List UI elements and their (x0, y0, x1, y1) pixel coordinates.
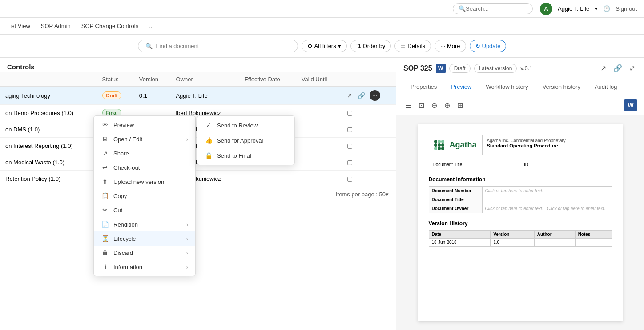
table-row[interactable]: aging Technology Draft 0.1 Aggie T. Life… (0, 87, 396, 105)
document-search-box[interactable]: 🔍 (138, 40, 298, 52)
ctx-rendition[interactable]: 📄 Rendition › (94, 217, 195, 231)
table-header-row: Status Version Owner Effective Date Vali… (0, 72, 396, 87)
ctx-rendition-label: Rendition (113, 221, 138, 228)
right-panel: SOP 325 W Draft Latest version v.0.1 ↗ 🔗… (396, 58, 644, 330)
information-arrow-icon: › (186, 264, 188, 270)
row-valid-until (296, 105, 341, 121)
ctx-checkout-label: Check-out (113, 164, 140, 171)
row-status: Draft (97, 87, 134, 105)
discard-icon: 🗑 (101, 249, 109, 256)
details-icon: ☰ (400, 43, 406, 49)
doc-search-icon: 🔍 (145, 43, 153, 49)
ctx-open-edit[interactable]: 🖥 Open / Edit › (94, 132, 195, 146)
col-valid-until: Valid Until (296, 72, 341, 87)
rendition-arrow-icon: › (186, 221, 188, 228)
word-icon: W (436, 64, 446, 73)
ctx-share-label: Share (113, 150, 129, 157)
lifecycle-send-final[interactable]: 🔒 Send to Final (197, 148, 294, 163)
doc-number-value: Click or tap here to enter text. (482, 187, 612, 195)
row-action-button[interactable]: ▢ (346, 125, 354, 134)
ctx-share[interactable]: ↗ Share (94, 146, 195, 160)
row-link-button[interactable]: 🔗 (357, 91, 366, 100)
order-icon: ⇅ (356, 43, 361, 49)
row-more-button[interactable]: ··· (370, 90, 380, 101)
document-title: SOP 325 (403, 64, 432, 72)
logo-circle-9 (441, 147, 444, 150)
version-data-row: 18-Jun-2018 1.0 (429, 239, 612, 247)
ctx-cut-label: Cut (113, 207, 122, 214)
collapse-button[interactable]: ⤢ (628, 62, 637, 74)
doc-title-value (482, 195, 612, 204)
logo-circle-5 (438, 143, 441, 147)
sidebar-item-sop-admin[interactable]: SOP Admin (41, 19, 71, 33)
ctx-lifecycle[interactable]: ⏳ Lifecycle › (94, 231, 195, 246)
fit-page-button[interactable]: ⊞ (455, 99, 465, 111)
avatar: A (540, 3, 552, 15)
sidebar-item-sop-change-controls[interactable]: SOP Change Controls (81, 19, 138, 33)
doc-number-label: Document Number (429, 187, 482, 195)
actual-size-button[interactable]: ⊡ (417, 99, 426, 111)
pagination-chevron-icon[interactable]: ▾ (386, 191, 389, 198)
doc-info-section-title: Document Information (429, 176, 612, 183)
doc-id-cell: ID (520, 160, 612, 169)
external-link-button[interactable]: ↗ (599, 62, 608, 74)
tab-audit-log[interactable]: Audit log (588, 79, 624, 95)
user-chevron-icon[interactable]: ▾ (595, 5, 598, 12)
more-nav-button[interactable]: ... (149, 23, 154, 29)
top-search-input[interactable] (466, 5, 528, 12)
order-by-button[interactable]: ⇅ Order by (350, 40, 391, 52)
row-action-button[interactable]: ▢ (346, 141, 354, 150)
update-button[interactable]: ↻ Update (470, 40, 507, 52)
col-ver: Version (491, 231, 535, 239)
ctx-lifecycle-label: Lifecycle (113, 235, 136, 242)
ctx-information-label: Information (113, 264, 142, 270)
row-valid-until (296, 154, 341, 171)
ctx-copy[interactable]: 📋 Copy (94, 189, 195, 203)
status-badge: Draft (102, 91, 122, 99)
sign-out-button[interactable]: Sign out (616, 5, 637, 12)
tab-version-history[interactable]: Version history (535, 79, 588, 95)
link-button[interactable]: 🔗 (612, 62, 624, 74)
information-icon: ℹ (101, 263, 109, 270)
row-action-button[interactable]: ▢ (346, 174, 354, 183)
ctx-checkout[interactable]: ↩ Check-out (94, 160, 195, 175)
sop-subtitle: Standard Operating Procedure (487, 143, 607, 148)
ctx-upload-new[interactable]: ⬆ Upload new version (94, 175, 195, 189)
logo-circles (434, 140, 447, 150)
all-filters-button[interactable]: ⚙ All filters ▾ (302, 40, 347, 52)
zoom-in-button[interactable]: ⊕ (443, 99, 452, 111)
row-external-link-button[interactable]: ↗ (346, 91, 353, 100)
version-number: 1.0 (491, 239, 535, 247)
doc-owner-value: Click or tap here to enter text. , Click… (482, 204, 612, 213)
doc-title-cell: Document Title (429, 160, 521, 169)
latest-version-badge: Latest version (474, 64, 517, 73)
ctx-information[interactable]: ℹ Information › (94, 260, 195, 274)
tab-workflow-history[interactable]: Workflow history (479, 79, 535, 95)
send-approval-label: Send for Approval (217, 137, 263, 144)
tab-properties[interactable]: Properties (403, 79, 444, 95)
more-button[interactable]: ··· More (435, 40, 466, 52)
zoom-out-button[interactable]: ⊖ (430, 99, 439, 111)
row-actions: ↗ 🔗 ··· (341, 87, 396, 105)
row-action-button[interactable]: ▢ (346, 108, 354, 117)
ctx-cut[interactable]: ✂ Cut (94, 203, 195, 217)
logo-circle-8 (438, 147, 441, 150)
document-preview: Agatha Agatha Inc. Confidential and Prop… (396, 115, 644, 330)
preview-icon: 👁 (101, 121, 109, 128)
letterhead-logo: Agatha (429, 135, 483, 155)
main-layout: Controls Status Version Owner Effective … (0, 58, 644, 330)
sidebar-toggle-button[interactable]: ☰ (403, 99, 413, 111)
logo-circle-4 (434, 143, 437, 147)
row-action-button[interactable]: ▢ (346, 158, 354, 167)
lifecycle-send-approval[interactable]: 👍 Send for Approval (197, 133, 294, 148)
document-letterhead: Agatha Agatha Inc. Confidential and Prop… (429, 135, 612, 155)
sidebar-item-list-view[interactable]: List View (7, 19, 30, 33)
details-button[interactable]: ☰ Details (394, 40, 431, 52)
tab-preview[interactable]: Preview (444, 79, 479, 95)
document-search-input[interactable] (156, 43, 290, 49)
table-row[interactable]: Retention Policy (1.0) Final lbert Bokun… (0, 171, 396, 187)
lifecycle-send-review[interactable]: ✓ Send to Review (197, 118, 294, 133)
ctx-preview[interactable]: 👁 Preview (94, 118, 195, 132)
top-search-box[interactable]: 🔍 (453, 3, 533, 14)
ctx-discard[interactable]: 🗑 Discard › (94, 246, 195, 260)
